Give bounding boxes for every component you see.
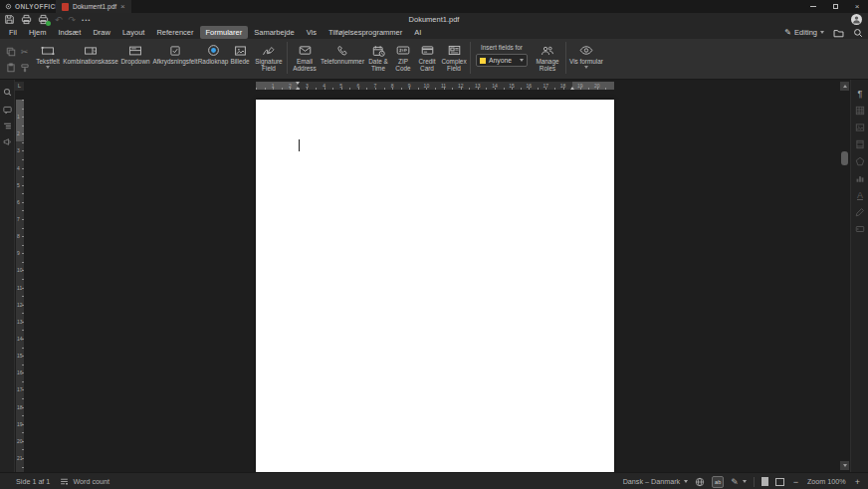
spell-check-toggle[interactable]: ab (712, 476, 724, 488)
zoom-level-label[interactable]: Zoom 100% (807, 477, 846, 486)
radio-button-field-button[interactable]: Radioknap (199, 42, 227, 65)
tab-hjem[interactable]: Hjem (23, 26, 53, 39)
find-button[interactable] (2, 87, 13, 98)
tab-draw[interactable]: Draw (87, 26, 116, 39)
language-selector[interactable]: Dansk – Danmark (623, 477, 689, 486)
vertical-ruler[interactable]: 123456789101112131415161718192021 (16, 100, 24, 472)
ruler-number: 10 (422, 83, 430, 89)
print-icon[interactable] (21, 14, 32, 25)
document-page[interactable] (256, 100, 614, 472)
tab-tilfojelsesprogrammer[interactable]: Tilføjelsesprogrammer (323, 26, 408, 39)
word-count-button[interactable]: Word count (60, 477, 109, 486)
role-select[interactable]: Anyone (476, 54, 528, 67)
image-field-button[interactable]: Billede (228, 42, 252, 65)
window-close-button[interactable]: × (846, 0, 868, 13)
window-maximize-button[interactable] (824, 0, 846, 13)
copy-style-button[interactable] (18, 60, 31, 75)
copy-icon (6, 47, 16, 57)
form-settings-button[interactable] (854, 223, 866, 235)
zoom-in-button[interactable]: + (853, 477, 862, 487)
dropdown-field-icon (128, 45, 142, 57)
email-address-label: Email Address (290, 58, 320, 72)
shape-settings-button[interactable] (854, 155, 866, 167)
tab-indsaet[interactable]: Indsæt (52, 26, 87, 39)
document-tab[interactable]: Dokument1.pdf × (56, 0, 131, 13)
copy-button[interactable] (4, 44, 17, 59)
signature-field-button[interactable]: Signature Field (253, 42, 285, 72)
open-file-location-icon[interactable] (833, 28, 844, 38)
redo-icon[interactable]: ↷ (69, 15, 77, 25)
scroll-up-button[interactable] (840, 82, 849, 91)
tab-fil[interactable]: Fil (3, 26, 23, 39)
tab-vis[interactable]: Vis (301, 26, 323, 39)
tab-formularer[interactable]: Formularer (200, 26, 249, 39)
table-settings-button[interactable] (854, 105, 866, 117)
tab-close-icon[interactable]: × (120, 0, 125, 13)
tab-referencer[interactable]: Referencer (150, 26, 199, 39)
ruler-number: 9 (17, 250, 20, 256)
scroll-down-button[interactable] (840, 461, 849, 470)
save-icon[interactable] (4, 14, 15, 25)
text-field-button[interactable]: Tekstfelt (34, 42, 62, 69)
fit-page-button[interactable] (761, 477, 768, 486)
cut-button[interactable]: ✂ (18, 44, 31, 59)
page-indicator[interactable]: Side 1 af 1 (16, 477, 50, 486)
feedback-button[interactable] (2, 136, 13, 147)
headerfooter-settings-button[interactable] (854, 138, 866, 150)
editing-mode-dropdown[interactable]: ✎ Editing (784, 28, 824, 37)
complex-field-icon (448, 45, 461, 56)
paragraph-settings-button[interactable]: ¶ (854, 88, 866, 100)
document-language-globe-icon[interactable] (695, 477, 705, 487)
view-form-button[interactable]: Vis formular (568, 42, 604, 69)
credit-card-button[interactable]: Credit Card (415, 42, 439, 72)
shape-icon (855, 156, 865, 166)
paste-button[interactable] (4, 60, 17, 75)
right-indent-marker[interactable] (570, 87, 574, 90)
zoom-out-button[interactable]: − (791, 477, 800, 487)
checkbox-field-button[interactable]: Afkrydsningsfelt (152, 42, 198, 65)
chart-settings-button[interactable] (854, 172, 866, 184)
ruler-number: 16 (17, 369, 23, 375)
phone-number-button[interactable]: Telefonnummer (321, 42, 364, 65)
dropdown-field-button[interactable]: Dropdown (119, 42, 151, 65)
image-settings-button[interactable] (854, 122, 866, 133)
tab-layout[interactable]: Layout (116, 26, 151, 39)
search-icon[interactable] (853, 28, 863, 38)
tab-stop-selector[interactable]: L (15, 82, 24, 91)
paste-icon (6, 63, 16, 73)
more-actions-icon[interactable]: ••• (82, 17, 91, 23)
left-indent-marker[interactable] (296, 87, 300, 90)
quick-print-button[interactable] (38, 14, 49, 25)
scrollbar-thumb[interactable] (841, 151, 848, 165)
horizontal-ruler[interactable]: 1234567891011121314151617181920 (256, 82, 614, 90)
vertical-scrollbar[interactable] (840, 80, 849, 472)
user-avatar[interactable] (851, 14, 862, 25)
zip-code-button[interactable]: ZIP Code (392, 42, 414, 72)
window-minimize-button[interactable] (802, 0, 824, 13)
textart-settings-button[interactable]: A (854, 189, 866, 201)
tab-ai[interactable]: AI (408, 26, 427, 39)
complex-field-button[interactable]: Complex Field (440, 42, 468, 72)
fit-width-button[interactable] (775, 478, 784, 486)
dropdown-field-label: Dropdown (120, 58, 149, 65)
chevron-down-icon (743, 480, 747, 483)
copy-style-icon (20, 63, 30, 73)
manage-roles-button[interactable]: Manage Roles (532, 42, 563, 72)
insert-fields-for-group: Insert fields for Anyone (473, 42, 531, 67)
undo-icon[interactable]: ↶ (55, 15, 63, 25)
onlyoffice-gear-icon (5, 3, 12, 10)
image-icon (855, 122, 865, 132)
navigation-headings-button[interactable] (2, 121, 13, 131)
tab-samarbejde[interactable]: Samarbejde (248, 26, 300, 39)
comments-button[interactable] (2, 105, 13, 116)
signature-settings-button[interactable] (854, 206, 866, 218)
arrow-down-icon (843, 464, 847, 467)
language-label: Dansk – Danmark (623, 477, 681, 486)
email-address-button[interactable]: Email Address (290, 42, 320, 72)
combo-box-button[interactable]: Kombinationskasse (63, 42, 118, 65)
first-line-indent-marker[interactable] (296, 82, 300, 85)
ink-tool-dropdown[interactable]: ✎ (731, 477, 747, 487)
date-time-button[interactable]: Date & Time (365, 42, 391, 72)
textart-icon: A (857, 190, 863, 200)
app-logo: ONLYOFFICE (5, 0, 60, 13)
